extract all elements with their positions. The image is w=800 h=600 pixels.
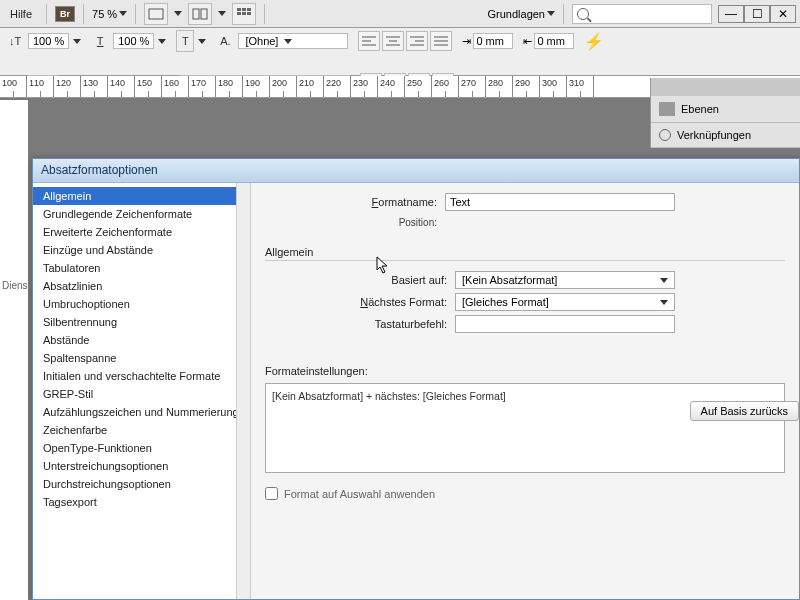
vert-scale-icon: T xyxy=(91,30,109,52)
panel-links[interactable]: Verknüpfungen xyxy=(651,123,800,148)
panel-layers[interactable]: Ebenen xyxy=(651,96,800,123)
svg-rect-8 xyxy=(247,12,251,15)
chevron-down-icon[interactable] xyxy=(158,39,166,44)
shortcut-label: Tastaturbefehl: xyxy=(265,318,455,330)
horiz-scale-icon: ↓T xyxy=(6,30,24,52)
document-edge: Diens xyxy=(0,100,28,600)
ruler-tick: 250 xyxy=(405,76,432,97)
category-list[interactable]: AllgemeinGrundlegende ZeichenformateErwe… xyxy=(33,183,251,599)
reset-to-base-button[interactable]: Auf Basis zurücks xyxy=(690,401,799,421)
right-panel-dock: Ebenen Verknüpfungen xyxy=(650,78,800,148)
ruler-tick: 240 xyxy=(378,76,405,97)
char-style-dropdown[interactable]: [Ohne] xyxy=(238,33,348,49)
category-item[interactable]: Erweiterte Zeichenformate xyxy=(33,223,250,241)
category-item[interactable]: Grundlegende Zeichenformate xyxy=(33,205,250,223)
settings-summary-box: [Kein Absatzformat] + nächstes: [Gleiche… xyxy=(265,383,785,473)
links-icon xyxy=(659,129,671,141)
bridge-icon[interactable]: Br xyxy=(55,6,75,22)
ruler-tick: 260 xyxy=(432,76,459,97)
align-right-button[interactable] xyxy=(406,31,428,51)
alignment-group xyxy=(358,31,452,51)
category-item[interactable]: Initialen und verschachtelte Formate xyxy=(33,367,250,385)
align-left-button[interactable] xyxy=(358,31,380,51)
svg-rect-1 xyxy=(193,9,199,19)
ruler-tick: 140 xyxy=(108,76,135,97)
category-item[interactable]: Abstände xyxy=(33,331,250,349)
svg-rect-7 xyxy=(242,12,246,15)
category-item[interactable]: Tagsexport xyxy=(33,493,250,511)
category-item[interactable]: Spaltenspanne xyxy=(33,349,250,367)
horiz-scale-field[interactable]: 100 % xyxy=(28,33,69,49)
category-item[interactable]: Aufzählungszeichen und Nummerierung xyxy=(33,403,250,421)
next-format-dropdown[interactable]: [Gleiches Format] xyxy=(455,293,675,311)
ruler-tick: 210 xyxy=(297,76,324,97)
apply-to-selection-checkbox[interactable] xyxy=(265,487,278,500)
panel-label: Verknüpfungen xyxy=(677,129,751,141)
maximize-button[interactable]: ☐ xyxy=(744,5,770,23)
char-style-icon: A. xyxy=(216,30,234,52)
ruler-tick: 160 xyxy=(162,76,189,97)
ruler-tick: 300 xyxy=(540,76,567,97)
indent-left-field[interactable]: ⇥ xyxy=(462,33,513,49)
panel-grip[interactable] xyxy=(651,78,800,96)
ruler-tick: 310 xyxy=(567,76,594,97)
workspace-dropdown[interactable]: Grundlagen xyxy=(488,8,556,20)
category-item[interactable]: Zeichenfarbe xyxy=(33,421,250,439)
category-item[interactable]: OpenType-Funktionen xyxy=(33,439,250,457)
ruler-tick: 220 xyxy=(324,76,351,97)
chevron-down-icon xyxy=(547,11,555,16)
chevron-down-icon xyxy=(119,11,127,16)
chevron-down-icon[interactable] xyxy=(198,39,206,44)
category-item[interactable]: Silbentrennung xyxy=(33,313,250,331)
chevron-down-icon[interactable] xyxy=(73,39,81,44)
dialog-content: FFormatname:ormatname: Position: Allgeme… xyxy=(251,183,799,599)
indent-left-input[interactable] xyxy=(473,33,513,49)
justify-button[interactable] xyxy=(430,31,452,51)
search-box[interactable] xyxy=(572,4,712,24)
based-on-dropdown[interactable]: [Kein Absatzformat] xyxy=(455,271,675,289)
indent-right-field[interactable]: ⇤ xyxy=(523,33,574,49)
zoom-dropdown[interactable]: 75 % xyxy=(92,8,127,20)
scrollbar[interactable] xyxy=(236,183,250,599)
zoom-value: 75 % xyxy=(92,8,117,20)
category-item[interactable]: GREP-Stil xyxy=(33,385,250,403)
chevron-down-icon xyxy=(660,278,668,283)
arrange-icon[interactable] xyxy=(188,3,212,25)
category-item[interactable]: Durchstreichungsoptionen xyxy=(33,475,250,493)
category-item[interactable]: Absatzlinien xyxy=(33,277,250,295)
ruler-tick: 100 xyxy=(0,76,27,97)
top-menu-bar: Hilfe Br 75 % Grundlagen — ☐ ✕ xyxy=(0,0,800,28)
grid-icon[interactable] xyxy=(232,3,256,25)
category-item[interactable]: Tabulatoren xyxy=(33,259,250,277)
paragraph-style-options-dialog: Absatzformatoptionen AllgemeinGrundlegen… xyxy=(32,158,800,600)
shortcut-input[interactable] xyxy=(455,315,675,333)
close-button[interactable]: ✕ xyxy=(770,5,796,23)
layers-icon xyxy=(659,102,675,116)
vert-scale-field[interactable]: 100 % xyxy=(113,33,154,49)
ruler-tick: 130 xyxy=(81,76,108,97)
category-item[interactable]: Allgemein xyxy=(33,187,250,205)
minimize-button[interactable]: — xyxy=(718,5,744,23)
category-item[interactable]: Unterstreichungsoptionen xyxy=(33,457,250,475)
category-item[interactable]: Umbruchoptionen xyxy=(33,295,250,313)
indent-icon: ⇥ xyxy=(462,35,471,48)
screen-mode-icon[interactable] xyxy=(144,3,168,25)
help-menu[interactable]: Hilfe xyxy=(4,6,38,22)
chevron-down-icon[interactable] xyxy=(174,11,182,16)
formatname-input[interactable] xyxy=(445,193,675,211)
char-icon[interactable]: T xyxy=(176,30,194,52)
indent-icon: ⇤ xyxy=(523,35,532,48)
svg-rect-5 xyxy=(247,8,251,11)
indent-right-input[interactable] xyxy=(534,33,574,49)
ruler-tick: 180 xyxy=(216,76,243,97)
control-toolbar: ↓T 100 % T 100 % T A. [Ohne] ⇥ ⇤ ⚡ Aª 0 … xyxy=(0,28,800,76)
dialog-title: Absatzformatoptionen xyxy=(33,159,799,183)
search-input[interactable] xyxy=(593,8,693,20)
align-center-button[interactable] xyxy=(382,31,404,51)
svg-rect-2 xyxy=(201,9,207,19)
chevron-down-icon[interactable] xyxy=(218,11,226,16)
quick-apply-icon[interactable]: ⚡ xyxy=(584,32,604,51)
ruler-tick: 110 xyxy=(27,76,54,97)
category-item[interactable]: Einzüge und Abstände xyxy=(33,241,250,259)
formatname-label: FFormatname:ormatname: xyxy=(265,196,445,208)
